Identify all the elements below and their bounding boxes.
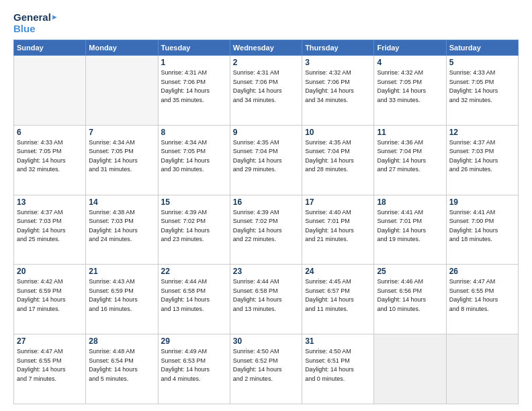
calendar-cell: 29Sunrise: 4:49 AM Sunset: 6:53 PM Dayli… (158, 334, 230, 404)
day-number: 20 (17, 267, 83, 276)
calendar-week-2: 6Sunrise: 4:33 AM Sunset: 7:05 PM Daylig… (14, 125, 519, 195)
calendar-cell (86, 56, 158, 126)
day-number: 3 (305, 58, 371, 67)
day-detail: Sunrise: 4:46 AM Sunset: 6:56 PM Dayligh… (377, 277, 443, 314)
calendar-cell: 7Sunrise: 4:34 AM Sunset: 7:05 PM Daylig… (86, 125, 158, 195)
calendar-cell: 25Sunrise: 4:46 AM Sunset: 6:56 PM Dayli… (374, 265, 446, 334)
calendar-cell: 18Sunrise: 4:41 AM Sunset: 7:01 PM Dayli… (374, 195, 446, 265)
day-detail: Sunrise: 4:49 AM Sunset: 6:53 PM Dayligh… (161, 347, 227, 383)
day-detail: Sunrise: 4:31 AM Sunset: 7:06 PM Dayligh… (233, 68, 299, 105)
calendar-cell (14, 56, 86, 126)
day-detail: Sunrise: 4:39 AM Sunset: 7:02 PM Dayligh… (161, 208, 227, 244)
day-detail: Sunrise: 4:35 AM Sunset: 7:04 PM Dayligh… (305, 138, 371, 175)
calendar-cell: 13Sunrise: 4:37 AM Sunset: 7:03 PM Dayli… (14, 195, 86, 265)
calendar-cell: 3Sunrise: 4:32 AM Sunset: 7:06 PM Daylig… (302, 56, 374, 126)
weekday-header-sunday: Sunday (14, 40, 86, 56)
calendar-cell: 23Sunrise: 4:44 AM Sunset: 6:58 PM Dayli… (230, 265, 302, 334)
weekday-header-tuesday: Tuesday (158, 40, 230, 56)
calendar-week-3: 13Sunrise: 4:37 AM Sunset: 7:03 PM Dayli… (14, 195, 519, 265)
day-detail: Sunrise: 4:47 AM Sunset: 6:55 PM Dayligh… (17, 347, 83, 383)
calendar-cell: 27Sunrise: 4:47 AM Sunset: 6:55 PM Dayli… (14, 334, 86, 404)
calendar-cell: 17Sunrise: 4:40 AM Sunset: 7:01 PM Dayli… (302, 195, 374, 265)
day-number: 14 (89, 197, 154, 207)
calendar-cell: 11Sunrise: 4:36 AM Sunset: 7:04 PM Dayli… (374, 125, 446, 195)
calendar-cell: 24Sunrise: 4:45 AM Sunset: 6:57 PM Dayli… (302, 265, 374, 334)
calendar-cell: 8Sunrise: 4:34 AM Sunset: 7:05 PM Daylig… (158, 125, 230, 195)
day-detail: Sunrise: 4:37 AM Sunset: 7:03 PM Dayligh… (17, 208, 83, 244)
calendar-cell: 4Sunrise: 4:32 AM Sunset: 7:05 PM Daylig… (374, 56, 446, 126)
calendar-cell: 12Sunrise: 4:37 AM Sunset: 7:03 PM Dayli… (446, 125, 518, 195)
day-detail: Sunrise: 4:47 AM Sunset: 6:55 PM Dayligh… (449, 277, 515, 314)
day-detail: Sunrise: 4:40 AM Sunset: 7:01 PM Dayligh… (305, 208, 371, 244)
day-number: 7 (89, 128, 154, 137)
day-detail: Sunrise: 4:43 AM Sunset: 6:59 PM Dayligh… (89, 277, 154, 314)
calendar-cell: 16Sunrise: 4:39 AM Sunset: 7:02 PM Dayli… (230, 195, 302, 265)
calendar-cell: 19Sunrise: 4:41 AM Sunset: 7:00 PM Dayli… (446, 195, 518, 265)
weekday-header-wednesday: Wednesday (230, 40, 302, 56)
logo: General► Blue (13, 12, 58, 34)
day-detail: Sunrise: 4:44 AM Sunset: 6:58 PM Dayligh… (233, 277, 299, 314)
day-detail: Sunrise: 4:34 AM Sunset: 7:05 PM Dayligh… (89, 138, 154, 175)
day-number: 6 (17, 128, 83, 137)
calendar-cell: 22Sunrise: 4:44 AM Sunset: 6:58 PM Dayli… (158, 265, 230, 334)
calendar-cell: 6Sunrise: 4:33 AM Sunset: 7:05 PM Daylig… (14, 125, 86, 195)
day-number: 22 (161, 267, 227, 276)
day-detail: Sunrise: 4:50 AM Sunset: 6:51 PM Dayligh… (305, 347, 371, 383)
page-header: General► Blue (13, 12, 519, 34)
day-detail: Sunrise: 4:32 AM Sunset: 7:06 PM Dayligh… (305, 68, 371, 105)
day-number: 16 (233, 197, 299, 207)
day-number: 2 (233, 58, 299, 67)
day-detail: Sunrise: 4:33 AM Sunset: 7:05 PM Dayligh… (17, 138, 83, 175)
calendar-table: SundayMondayTuesdayWednesdayThursdayFrid… (13, 40, 519, 404)
day-number: 4 (377, 58, 443, 67)
day-number: 5 (449, 58, 515, 67)
day-detail: Sunrise: 4:48 AM Sunset: 6:54 PM Dayligh… (89, 347, 154, 383)
day-number: 29 (161, 336, 227, 346)
calendar-cell (374, 334, 446, 404)
day-number: 11 (377, 128, 443, 137)
calendar-cell: 21Sunrise: 4:43 AM Sunset: 6:59 PM Dayli… (86, 265, 158, 334)
day-detail: Sunrise: 4:37 AM Sunset: 7:03 PM Dayligh… (449, 138, 515, 175)
day-detail: Sunrise: 4:45 AM Sunset: 6:57 PM Dayligh… (305, 277, 371, 314)
day-detail: Sunrise: 4:32 AM Sunset: 7:05 PM Dayligh… (377, 68, 443, 105)
calendar-cell: 31Sunrise: 4:50 AM Sunset: 6:51 PM Dayli… (302, 334, 374, 404)
day-detail: Sunrise: 4:50 AM Sunset: 6:52 PM Dayligh… (233, 347, 299, 383)
weekday-header-saturday: Saturday (446, 40, 518, 56)
calendar-cell: 1Sunrise: 4:31 AM Sunset: 7:06 PM Daylig… (158, 56, 230, 126)
day-detail: Sunrise: 4:38 AM Sunset: 7:03 PM Dayligh… (89, 208, 154, 244)
calendar-cell: 2Sunrise: 4:31 AM Sunset: 7:06 PM Daylig… (230, 56, 302, 126)
calendar-week-1: 1Sunrise: 4:31 AM Sunset: 7:06 PM Daylig… (14, 56, 519, 126)
day-detail: Sunrise: 4:34 AM Sunset: 7:05 PM Dayligh… (161, 138, 227, 175)
calendar-cell: 26Sunrise: 4:47 AM Sunset: 6:55 PM Dayli… (446, 265, 518, 334)
day-detail: Sunrise: 4:35 AM Sunset: 7:04 PM Dayligh… (233, 138, 299, 175)
day-number: 12 (449, 128, 515, 137)
calendar-week-4: 20Sunrise: 4:42 AM Sunset: 6:59 PM Dayli… (14, 265, 519, 334)
day-number: 8 (161, 128, 227, 137)
calendar-cell: 15Sunrise: 4:39 AM Sunset: 7:02 PM Dayli… (158, 195, 230, 265)
calendar-cell: 20Sunrise: 4:42 AM Sunset: 6:59 PM Dayli… (14, 265, 86, 334)
day-number: 21 (89, 267, 154, 276)
calendar-cell: 5Sunrise: 4:33 AM Sunset: 7:05 PM Daylig… (446, 56, 518, 126)
weekday-header-monday: Monday (86, 40, 158, 56)
day-number: 9 (233, 128, 299, 137)
day-detail: Sunrise: 4:41 AM Sunset: 7:00 PM Dayligh… (449, 208, 515, 244)
day-number: 23 (233, 267, 299, 276)
day-number: 25 (377, 267, 443, 276)
day-number: 10 (305, 128, 371, 137)
calendar-cell: 14Sunrise: 4:38 AM Sunset: 7:03 PM Dayli… (86, 195, 158, 265)
day-number: 24 (305, 267, 371, 276)
calendar-cell: 10Sunrise: 4:35 AM Sunset: 7:04 PM Dayli… (302, 125, 374, 195)
day-number: 31 (305, 336, 371, 346)
day-detail: Sunrise: 4:33 AM Sunset: 7:05 PM Dayligh… (449, 68, 515, 105)
day-number: 19 (449, 197, 515, 207)
day-detail: Sunrise: 4:44 AM Sunset: 6:58 PM Dayligh… (161, 277, 227, 314)
day-number: 26 (449, 267, 515, 276)
day-detail: Sunrise: 4:36 AM Sunset: 7:04 PM Dayligh… (377, 138, 443, 175)
day-number: 1 (161, 58, 227, 67)
day-number: 15 (161, 197, 227, 207)
day-detail: Sunrise: 4:42 AM Sunset: 6:59 PM Dayligh… (17, 277, 83, 314)
day-number: 27 (17, 336, 83, 346)
weekday-header-thursday: Thursday (302, 40, 374, 56)
day-number: 30 (233, 336, 299, 346)
day-number: 13 (17, 197, 83, 207)
